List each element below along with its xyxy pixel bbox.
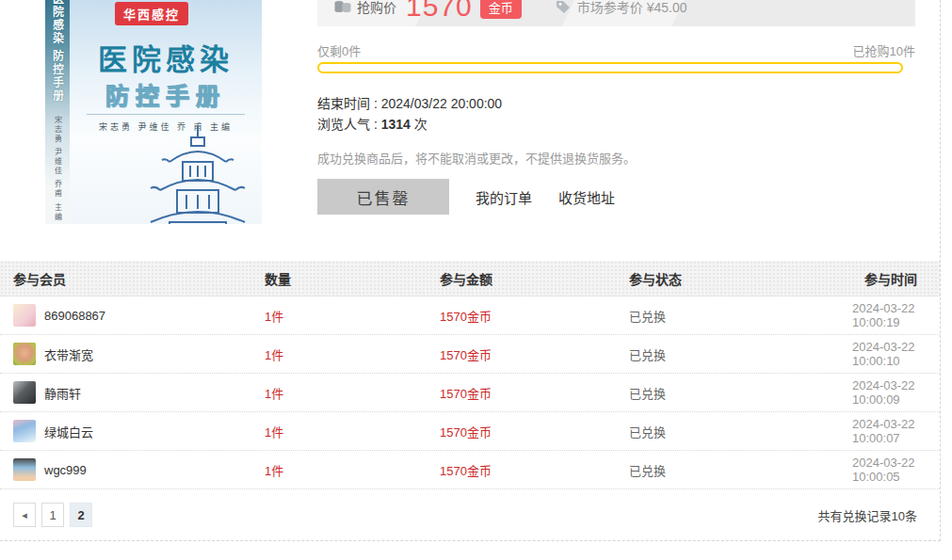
table-header: 参与会员 数量 参与金额 参与状态 参与时间 [0, 261, 940, 296]
member-name: 静雨轩 [44, 384, 81, 402]
row-quantity: 1件 [265, 384, 440, 402]
row-amount: 1570金币 [440, 461, 629, 479]
member-avatar [13, 381, 36, 404]
header-amount: 参与金额 [440, 269, 629, 288]
row-quantity: 1件 [265, 423, 440, 440]
stock-purchased: 已抢购10件 [853, 41, 915, 59]
member-name: 绿城白云 [44, 423, 93, 440]
shipping-address-link[interactable]: 收货地址 [558, 187, 615, 207]
row-quantity: 1件 [265, 345, 440, 363]
prev-page-icon: ◂ [22, 509, 27, 521]
row-time: 2024-03-22 10:00:19 [852, 301, 917, 329]
price-label: 抢购价 [357, 0, 396, 16]
table-row: wgc999 1件 1570金币 已兑换 2024-03-22 10:00:05 [0, 451, 940, 489]
product-image[interactable]: 医院感染 防控手册 宋志勇 尹维佳 乔甫 主编 华西感控 医院感染 防控手册 宋… [45, 0, 262, 224]
header-member: 参与会员 [13, 269, 265, 288]
row-status: 已兑换 [629, 384, 852, 402]
exchange-detail-page: 医院感染 防控手册 宋志勇 尹维佳 乔甫 主编 华西感控 医院感染 防控手册 宋… [0, 0, 941, 541]
row-amount: 1570金币 [440, 384, 629, 402]
member-name: 869068867 [44, 309, 105, 323]
table-row: 869068867 1件 1570金币 已兑换 2024-03-22 10:00… [0, 296, 940, 335]
pagination-row: ◂ 1 2 共有兑换记录10条 [0, 503, 940, 527]
end-time-value: 2024/03/22 20:00:00 [381, 96, 502, 111]
row-amount: 1570金币 [440, 307, 629, 325]
my-orders-link[interactable]: 我的订单 [476, 187, 532, 207]
row-time: 2024-03-22 10:00:10 [852, 340, 917, 368]
row-time: 2024-03-22 10:00:07 [852, 417, 917, 445]
pager: ◂ 1 2 [13, 503, 98, 527]
publisher-badge: 华西感控 [115, 2, 188, 25]
exchange-notice: 成功兑换商品后，将不能取消或更改，不提供退换货服务。 [317, 149, 636, 167]
member-avatar [13, 458, 36, 481]
page-button-2-current[interactable]: 2 [70, 503, 92, 527]
row-status: 已兑换 [629, 345, 852, 363]
member-avatar [13, 304, 36, 327]
cover-divider [87, 114, 245, 115]
table-row: 静雨轩 1件 1570金币 已兑换 2024-03-22 10:00:09 [0, 374, 940, 412]
header-time: 参与时间 [864, 269, 917, 288]
coins-icon [334, 0, 351, 14]
row-time: 2024-03-22 10:00:09 [852, 378, 917, 407]
stock-remaining: 仅剩0件 [317, 41, 361, 59]
end-time-row: 结束时间 : 2024/03/22 20:00:00 [317, 93, 502, 112]
views-label: 浏览人气 : [317, 117, 378, 132]
stock-progress-bar [317, 62, 903, 73]
member-name: 衣带渐宽 [44, 345, 93, 363]
views-row: 浏览人气 : 1314 次 [317, 114, 428, 133]
member-avatar [13, 343, 36, 365]
product-detail-panel: 抢购价 1570 金币 市场参考价 ¥45.00 仅剩0件 已抢购10件 [317, 0, 915, 26]
pagoda-illustration [136, 124, 258, 224]
prev-page-button[interactable]: ◂ [13, 503, 36, 527]
exchange-records-table: 参与会员 数量 参与金额 参与状态 参与时间 869068867 1件 1570… [0, 261, 940, 527]
sold-out-button[interactable]: 已售罄 [317, 179, 449, 215]
book-title-line1: 医院感染 [70, 36, 262, 78]
book-cover-front: 华西感控 医院感染 防控手册 宋志勇 尹维佳 乔 甫 主编 [70, 0, 262, 224]
price-unit-badge: 金币 [480, 0, 522, 19]
table-row: 绿城白云 1件 1570金币 已兑换 2024-03-22 10:00:07 [0, 412, 940, 451]
book-cover: 医院感染 防控手册 宋志勇 尹维佳 乔甫 主编 华西感控 医院感染 防控手册 宋… [45, 0, 262, 224]
views-unit: 次 [414, 117, 428, 132]
row-amount: 1570金币 [440, 345, 629, 363]
row-status: 已兑换 [629, 461, 852, 479]
page-button-1[interactable]: 1 [41, 503, 64, 527]
row-quantity: 1件 [265, 461, 440, 479]
product-section: 医院感染 防控手册 宋志勇 尹维佳 乔甫 主编 华西感控 医院感染 防控手册 宋… [0, 0, 940, 243]
row-status: 已兑换 [629, 307, 852, 325]
actions-row: 已售罄 我的订单 收货地址 [317, 179, 615, 215]
records-total-text: 共有兑换记录10条 [818, 506, 917, 524]
price-banner: 抢购价 1570 金币 市场参考价 ¥45.00 [317, 0, 915, 26]
book-title-line2: 防控手册 [70, 77, 262, 111]
row-amount: 1570金币 [440, 423, 629, 440]
book-spine-title: 医院感染 防控手册 [50, 0, 66, 103]
row-time: 2024-03-22 10:00:05 [852, 456, 917, 484]
header-quantity: 数量 [265, 269, 440, 288]
member-avatar [13, 420, 36, 442]
market-price-label: 市场参考价 ¥45.00 [577, 0, 687, 16]
row-status: 已兑换 [629, 423, 852, 440]
price-value: 1570 [406, 0, 473, 23]
member-name: wgc999 [44, 463, 87, 477]
stock-row: 仅剩0件 已抢购10件 [317, 41, 915, 59]
book-spine-authors: 宋志勇 尹维佳 乔甫 主编 [53, 116, 63, 222]
price-tag-icon [556, 0, 572, 14]
row-quantity: 1件 [265, 307, 440, 325]
table-row: 衣带渐宽 1件 1570金币 已兑换 2024-03-22 10:00:10 [0, 335, 940, 374]
end-time-label: 结束时间 : [317, 96, 378, 111]
book-spine: 医院感染 防控手册 宋志勇 尹维佳 乔甫 主编 [45, 0, 70, 224]
views-count: 1314 [381, 117, 411, 132]
header-status: 参与状态 [629, 269, 852, 288]
